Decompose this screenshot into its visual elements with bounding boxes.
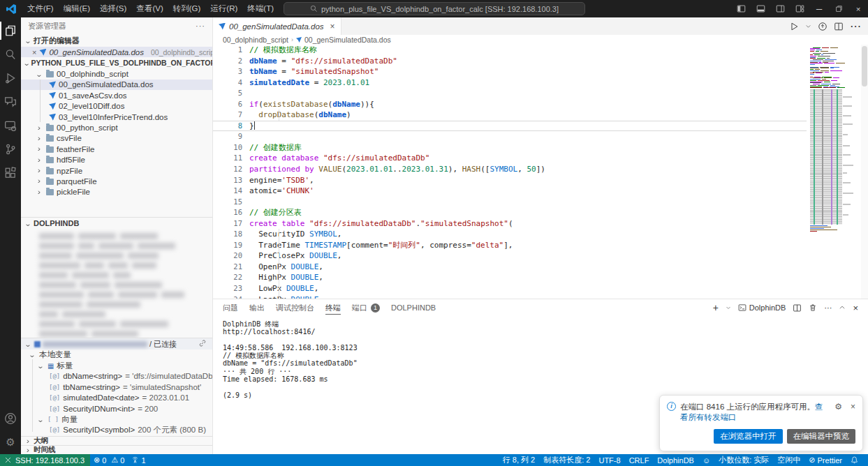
terminal-dropdown-icon[interactable]	[726, 305, 731, 310]
code-line[interactable]: 18 SecurityID SYMBOL,	[213, 229, 807, 240]
toggle-panel-icon[interactable]	[751, 0, 770, 17]
menu-item-5[interactable]: 运行(R)	[205, 4, 242, 13]
open-editor-item[interactable]: × 00_genSimulatedData.dos 00_dolphindb_s…	[21, 47, 212, 57]
split-editor-icon[interactable]	[834, 22, 844, 31]
run-debug-icon[interactable]	[0, 66, 21, 90]
status-item-smiley[interactable]: ☺	[698, 454, 714, 466]
terminal-instance[interactable]: DolphinDB	[738, 303, 786, 312]
close-icon[interactable]: ×	[32, 48, 36, 57]
scalar-group-header[interactable]: ⌄▦标量	[21, 360, 212, 370]
menu-item-6[interactable]: 终端(T)	[242, 4, 279, 13]
toggle-sidebar-icon[interactable]	[731, 0, 751, 17]
minimize-button[interactable]: ─	[809, 0, 829, 17]
status-item--[interactable]: 小数位数: 实际	[714, 454, 773, 466]
dolphindb-section-header[interactable]: ⌄ DOLPHINDB	[21, 217, 212, 229]
comments-icon[interactable]	[0, 90, 21, 114]
code-line[interactable]: 8}	[213, 121, 807, 132]
menu-item-0[interactable]: 文件(F)	[22, 4, 59, 13]
tree-item[interactable]: 03_level10InferPriceTrend.dos	[21, 112, 212, 122]
vector-group-header[interactable]: ⌄[ ]向量	[21, 414, 212, 424]
code-line[interactable]: 9	[213, 131, 807, 142]
code-line[interactable]: 23 LowPx DOUBLE,	[213, 283, 807, 294]
code-line[interactable]: 5	[213, 88, 807, 99]
restore-button[interactable]	[829, 0, 848, 17]
remote-indicator[interactable]: SSH: 192.168.100.3	[0, 454, 90, 466]
open-editors-header[interactable]: ⌄ 打开的编辑器	[21, 34, 212, 47]
minimap[interactable]	[808, 45, 851, 232]
workspace-header[interactable]: ⌄ PYTHON_PLUS_FILE_VS_DOLPHINDB_ON_FACTO…	[21, 57, 212, 68]
code-line[interactable]: 24 LastPx DOUBLE,	[213, 294, 807, 299]
status-item-UTF-8[interactable]: UTF-8	[594, 454, 624, 466]
command-center-search[interactable]: python_plus_file_VS_dolphindb_on_factor_…	[284, 2, 585, 15]
run-dropdown-icon[interactable]	[805, 23, 811, 29]
open-in-browser-button[interactable]: 在浏览器中打开	[714, 429, 783, 444]
problems-indicator[interactable]: ⊗0 ⚠0	[90, 454, 128, 466]
new-terminal-icon[interactable]: +	[713, 302, 719, 313]
code-line[interactable]: 12partitioned by VALUE(2023.01.01..2023.…	[213, 164, 807, 175]
account-icon[interactable]	[0, 407, 21, 430]
code-line[interactable]: 1// 模拟数据库名称	[213, 45, 807, 56]
settings-gear-icon[interactable]: ⚙	[0, 430, 21, 454]
menu-item-3[interactable]: 查看(V)	[131, 4, 168, 13]
code-line[interactable]: 4simulatedDate = 2023.01.01	[213, 77, 807, 89]
tree-item[interactable]: 01_saveAsCsv.dos	[21, 90, 212, 100]
status-item--2[interactable]: 制表符长度: 2	[539, 454, 594, 466]
code-editor[interactable]: 1// 模拟数据库名称2dbName = "dfs://simulatedDat…	[213, 45, 868, 299]
breadcrumb-file[interactable]: 00_genSimulatedData.dos	[304, 36, 391, 44]
tree-item[interactable]: ⌄00_dolphindb_script	[21, 68, 212, 79]
editor-tab[interactable]: 00_genSimulatedData.dos ×	[213, 17, 341, 35]
dolphindb-connection-row[interactable]: ⌄ / 已连接	[21, 338, 212, 350]
extensions-icon[interactable]	[0, 161, 21, 185]
code-line[interactable]: 16// 创建分区表	[213, 207, 807, 218]
menu-item-2[interactable]: 选择(S)	[95, 4, 131, 13]
status-item-CRLF[interactable]: CRLF	[625, 454, 654, 466]
split-terminal-icon[interactable]	[793, 303, 802, 313]
explorer-icon[interactable]	[0, 19, 21, 43]
variable-item[interactable]: [@]dbName<string> = 'dfs://simulatedData…	[21, 371, 212, 382]
code-line[interactable]: 21 OpenPx DOUBLE,	[213, 262, 807, 273]
code-line[interactable]: 10// 创建数据库	[213, 142, 807, 153]
variable-item[interactable]: [@]SecurityIDNum<int> = 200	[21, 403, 212, 414]
tree-item[interactable]: ›csvFile	[21, 133, 212, 144]
status-item--8-2[interactable]: 行 8, 列 2	[499, 454, 539, 466]
search-view-icon[interactable]	[0, 43, 21, 66]
tree-item[interactable]: ›npzFile	[21, 165, 212, 176]
tree-item[interactable]: ›parquetFile	[21, 176, 212, 186]
breadcrumb-folder[interactable]: 00_dolphindb_script	[223, 36, 288, 44]
code-line[interactable]: 22 HighPx DOUBLE,	[213, 272, 807, 283]
ports-indicator[interactable]: 1	[128, 454, 149, 466]
tree-item[interactable]: ›hdf5File	[21, 155, 212, 165]
run-file-icon[interactable]	[789, 22, 799, 31]
code-line[interactable]: 14atomic='CHUNK'	[213, 186, 807, 197]
notification-close-icon[interactable]: ×	[851, 402, 855, 412]
code-line[interactable]: 3tbName = "simulatedSnapshot"	[213, 66, 807, 77]
preview-in-editor-button[interactable]: 在编辑器中预览	[787, 429, 856, 444]
status-item-bell[interactable]	[846, 454, 862, 466]
kill-terminal-icon[interactable]	[809, 303, 817, 312]
status-item-DolphinDB[interactable]: DolphinDB	[653, 454, 698, 466]
sidebar-empty-space[interactable]	[21, 197, 212, 217]
code-line[interactable]: 20 PreClosePx DOUBLE,	[213, 250, 807, 262]
panel-tab-终端[interactable]: 终端	[325, 299, 341, 316]
source-control-icon[interactable]	[0, 137, 21, 161]
panel-tab-DOLPHINDB[interactable]: DOLPHINDB	[391, 299, 436, 316]
code-line[interactable]: 15	[213, 197, 807, 208]
code-line[interactable]: 11create database "dfs://simulatedDataDb…	[213, 153, 807, 164]
code-line[interactable]: 6if(existsDatabase(dbName)){	[213, 99, 807, 110]
tree-item[interactable]: 02_level10Diff.dos	[21, 101, 212, 112]
more-actions-icon[interactable]: ⋯	[850, 20, 861, 33]
status-item-Prettier[interactable]: ⊘Prettier	[804, 454, 846, 466]
maximize-panel-icon[interactable]	[839, 304, 846, 311]
menu-item-1[interactable]: 编辑(E)	[59, 4, 95, 13]
panel-tab-问题[interactable]: 问题	[223, 299, 238, 316]
code-line[interactable]: 13engine='TSDB',	[213, 175, 807, 186]
code-line[interactable]: 2dbName = "dfs://simulatedDataDb"	[213, 56, 807, 67]
panel-tab-端口[interactable]: 端口1	[352, 299, 380, 316]
tree-item[interactable]: ›00_python_script	[21, 122, 212, 133]
close-panel-icon[interactable]: ×	[853, 303, 858, 313]
connect-link-icon[interactable]	[198, 339, 207, 349]
sync-icon[interactable]	[818, 22, 827, 31]
outline-section-header[interactable]: › 大纲	[21, 436, 212, 445]
sidebar-more-icon[interactable]: ···	[196, 22, 205, 30]
close-button[interactable]: ×	[848, 0, 868, 17]
